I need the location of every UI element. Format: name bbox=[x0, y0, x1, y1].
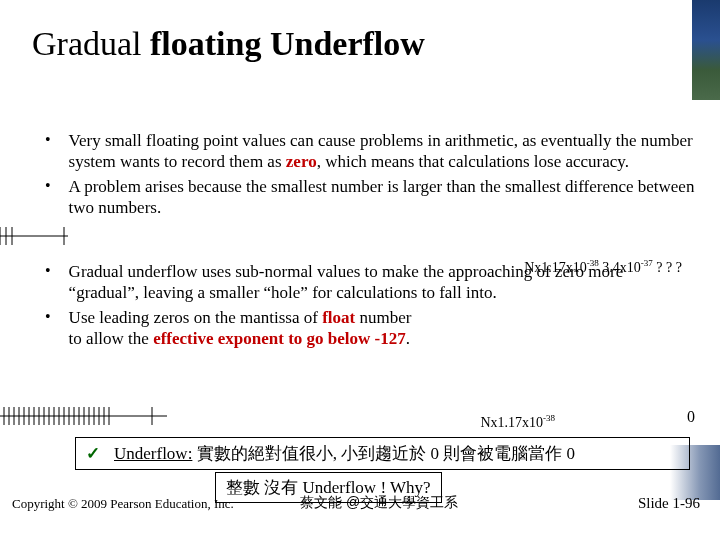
bullet-list: Very small floating point values can cau… bbox=[45, 130, 695, 218]
bullet-4: Use leading zeros on the mantissa of flo… bbox=[45, 307, 695, 350]
nl1-n2: 3.4x10 bbox=[599, 260, 641, 275]
number-line-1 bbox=[0, 225, 658, 247]
bullet-1-zero: zero bbox=[286, 152, 317, 171]
bullet-4-float: float bbox=[322, 308, 355, 327]
author-credit: 蔡文能 @交通大學資工系 bbox=[300, 494, 458, 512]
bullet-1: Very small floating point values can cau… bbox=[45, 130, 695, 173]
bullet-2: A problem arises because the smallest nu… bbox=[45, 176, 695, 219]
check-icon: ✓ bbox=[86, 443, 100, 464]
nl1-q: ? ? ? bbox=[653, 260, 682, 275]
decorative-strip-top bbox=[692, 0, 720, 100]
slide-number: Slide 1-96 bbox=[638, 495, 700, 512]
underflow-label: Underflow: bbox=[114, 444, 192, 463]
bullet-4-text-a: Use leading zeros on the mantissa of bbox=[69, 308, 323, 327]
zero-label: 0 bbox=[687, 408, 695, 426]
bullet-4-text-c: to allow the bbox=[69, 329, 154, 348]
bullet-2-text: A problem arises because the smallest nu… bbox=[69, 176, 695, 219]
copyright: Copyright © 2009 Pearson Education, Inc. bbox=[12, 496, 234, 512]
nl2-e1: -38 bbox=[543, 413, 555, 423]
nl1-n1: Nx1.17x10 bbox=[524, 260, 587, 275]
number-line-2 bbox=[0, 405, 672, 427]
number-line-1-label: Nx1.17x10-38 3.4x10-37 ? ? ? bbox=[524, 258, 682, 276]
underflow-box: ✓ Underflow: 實數的絕對值很小, 小到趨近於 0 則會被電腦當作 0 bbox=[75, 437, 690, 470]
nl1-e2: -37 bbox=[641, 258, 653, 268]
title-part1: Gradual bbox=[32, 25, 150, 62]
title-part2: floating Underflow bbox=[150, 25, 425, 62]
bullet-4-text-b: number bbox=[355, 308, 411, 327]
slide-title: Gradual floating Underflow bbox=[32, 25, 425, 63]
bullet-1-text-b: , which means that calculations lose acc… bbox=[317, 152, 629, 171]
slide: Gradual floating Underflow Very small fl… bbox=[0, 0, 720, 540]
nl2-n1: Nx1.17x10 bbox=[480, 415, 543, 430]
bullet-4-eff: effective exponent to go below -127 bbox=[153, 329, 406, 348]
bullet-4-text-d: . bbox=[406, 329, 410, 348]
number-line-2-label: Nx1.17x10-38 bbox=[480, 413, 555, 431]
underflow-text: 實數的絕對值很小, 小到趨近於 0 則會被電腦當作 0 bbox=[192, 444, 575, 463]
nl1-e1: -38 bbox=[587, 258, 599, 268]
